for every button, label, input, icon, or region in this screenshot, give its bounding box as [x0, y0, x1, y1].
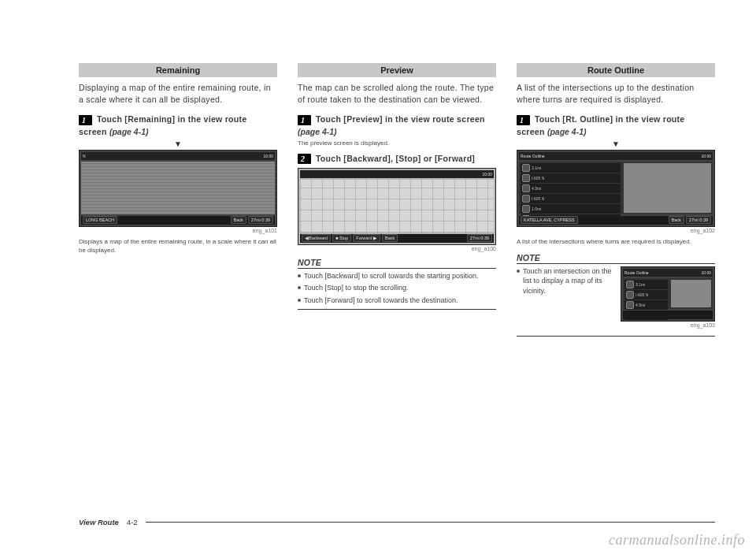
row-text: I-605 N — [532, 196, 544, 201]
step-text: Touch [Rt. Outline] in the view route sc… — [517, 114, 685, 136]
step-text: Touch [Backward], [Stop] or [Forward] — [316, 154, 475, 163]
route-list-row: I-605 N — [521, 173, 621, 183]
note-end-rule — [298, 309, 496, 310]
caption-preview1: The preview screen is displayed. — [298, 140, 496, 148]
screenshot-preview: 10:00 ◀Backward ■ Stop Forward ▶ Back 27… — [298, 168, 496, 245]
row-text: 3.1mi — [636, 282, 645, 287]
turn-icon — [522, 164, 530, 172]
turn-icon — [626, 281, 634, 288]
image-reference: eng_a103 — [621, 322, 715, 328]
row-text: I-605 N — [636, 292, 648, 297]
note-heading: NOTE — [517, 253, 715, 264]
bullet-icon — [298, 274, 301, 277]
row-text: 3.1mi — [532, 166, 541, 170]
column-preview: Preview The map can be scrolled along th… — [298, 63, 496, 337]
bullet-icon — [517, 270, 520, 273]
footer-page: 4-2 — [127, 518, 138, 526]
distance-label: 27mi 0:39 — [467, 234, 492, 242]
step-number-icon: 1 — [79, 115, 92, 125]
back-button: Back — [669, 216, 684, 224]
note-with-image: Touch an intersection on the list to dis… — [517, 266, 715, 333]
step-number-icon: 1 — [517, 115, 530, 125]
note-item: Touch [Stop] to stop the scrolling. — [304, 283, 409, 293]
forward-button: Forward ▶ — [353, 234, 380, 242]
distance-label: 27mi 0:39 — [686, 216, 711, 224]
row-text: 4.5mi — [532, 186, 541, 191]
image-reference: eng_a101 — [79, 228, 277, 233]
intro-preview: The map can be scrolled along the route.… — [298, 82, 496, 106]
stop-button: ■ Stop — [332, 234, 351, 242]
down-arrow-icon: ▼ — [79, 140, 277, 148]
watermark: carmanualsonline.info — [609, 532, 745, 549]
mini-map — [671, 280, 711, 307]
row-text: 4.5mi — [636, 303, 645, 307]
footer-title: View Route — [79, 518, 119, 526]
route-list-row: 1.0mi — [521, 204, 621, 214]
turn-icon — [522, 195, 530, 203]
step-number-icon: 2 — [298, 154, 311, 164]
map-label: LONG BEACH — [83, 216, 117, 224]
header-preview: Preview — [298, 63, 496, 77]
back-button: Back — [382, 234, 398, 242]
page-ref: (page 4-1) — [547, 127, 587, 136]
note-end-rule — [517, 336, 715, 337]
caption-routeoutline: A list of the intersections where turns … — [517, 238, 715, 247]
distance-label: 27mi 0:39 — [248, 216, 273, 224]
turn-icon — [522, 205, 530, 213]
screenshot-routeoutline-small: Route Outline 10:00 3.1miI-605 N4.5miI-6… — [621, 266, 715, 322]
page-ref: (page 4-1) — [109, 127, 149, 136]
row-text: 1.0mi — [532, 206, 541, 211]
caption-remaining: Displays a map of the entire remaining r… — [79, 238, 277, 255]
image-reference: eng_a102 — [517, 228, 715, 233]
step2-preview: 2 Touch [Backward], [Stop] or [Forward] — [298, 153, 496, 165]
column-remaining: Remaining Displaying a map of the entire… — [79, 63, 277, 337]
clock-label: 10:00 — [482, 172, 492, 177]
page-ref: (page 4-1) — [298, 127, 337, 136]
step1-remaining: 1 Touch [Remaining] in the view route sc… — [79, 113, 277, 137]
footer-rule — [146, 522, 715, 523]
image-reference: eng_a100 — [298, 246, 496, 251]
screenshot-routeoutline: Route Outline 10:00 3.1miI-605 N4.5miI-6… — [517, 150, 715, 227]
step-number-icon: 1 — [298, 115, 311, 125]
route-list-row: I-605 N — [521, 194, 621, 203]
intro-routeoutline: A list of the intersections up to the de… — [517, 82, 715, 106]
note-item: Touch [Backward] to scroll towards the s… — [304, 271, 479, 281]
note-item: Touch [Forward] to scroll towards the de… — [304, 296, 458, 306]
header-routeoutline: Route Outline — [517, 63, 715, 77]
note-item: Touch an intersection on the list to dis… — [523, 266, 616, 296]
column-route-outline: Route Outline A list of the intersection… — [517, 63, 715, 337]
backward-button: ◀Backward — [302, 234, 331, 242]
turn-icon — [626, 301, 634, 309]
header-remaining: Remaining — [79, 63, 277, 77]
step-text: Touch [Remaining] in the view route scre… — [79, 114, 247, 136]
page-footer: View Route 4-2 — [79, 518, 715, 526]
mini-map — [624, 163, 711, 213]
clock-label: 10:00 — [701, 154, 711, 158]
compass-icon: N — [83, 154, 86, 158]
route-list-row: 4.5mi — [521, 184, 621, 193]
intro-remaining: Displaying a map of the entire remaining… — [79, 82, 277, 106]
screen-title: Route Outline — [521, 154, 545, 158]
turn-icon — [522, 174, 530, 182]
step1-preview: 1 Touch [Preview] in the view route scre… — [298, 113, 496, 137]
route-list-body: 3.1miI-605 N4.5miI-605 N1.0mi2.0mi — [519, 162, 713, 214]
note-list-preview: Touch [Backward] to scroll towards the s… — [298, 271, 496, 306]
back-button: Back — [231, 216, 246, 224]
note-heading: NOTE — [298, 258, 496, 269]
clock-label: 10:00 — [701, 270, 711, 275]
route-list-row: 3.1mi — [624, 280, 668, 289]
turn-icon — [626, 291, 634, 299]
route-list-row: 4.5mi — [624, 300, 668, 310]
turn-icon — [522, 184, 530, 192]
route-list-row: I-605 N — [624, 290, 668, 299]
route-list-row: 3.1mi — [521, 163, 621, 173]
screenshot-remaining: N 10:00 LONG BEACH Back 27mi 0:39 — [79, 150, 277, 227]
step-text: Touch [Preview] in the view route screen — [316, 114, 485, 124]
down-arrow-icon: ▼ — [517, 140, 715, 148]
bottom-label: KATELLA AVE, CYPRESS — [521, 216, 578, 224]
route-list-row: 1.0mi — [624, 321, 668, 322]
bullet-icon — [298, 286, 301, 289]
step1-routeoutline: 1 Touch [Rt. Outline] in the view route … — [517, 113, 715, 137]
screen-title: Route Outline — [624, 270, 649, 275]
row-text: I-605 N — [532, 176, 544, 180]
